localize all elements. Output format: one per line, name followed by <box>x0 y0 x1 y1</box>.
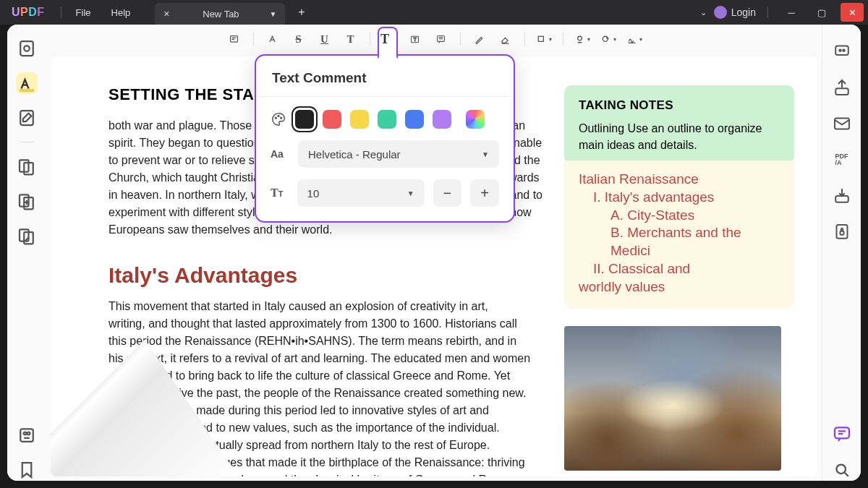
reader-mode-icon[interactable] <box>16 38 38 59</box>
window-maximize-button[interactable]: ▢ <box>810 3 833 22</box>
swatch-teal[interactable] <box>378 110 396 129</box>
app-logo: UPDF <box>0 6 56 19</box>
panel-title: Text Comment <box>256 56 514 97</box>
organize-pages-icon[interactable] <box>16 155 38 177</box>
text-comment-panel: Text Comment Aa Helvetica - Regular▼ TT … <box>255 54 515 223</box>
svg-rect-0 <box>20 41 33 56</box>
svg-point-1 <box>24 46 30 51</box>
svg-rect-12 <box>231 35 238 42</box>
signature-tool[interactable]: ▾ <box>623 28 646 50</box>
tab-new[interactable]: × New Tab ▼ <box>155 3 285 25</box>
separator <box>20 142 34 142</box>
separator <box>524 33 525 46</box>
renaissance-painting-image <box>564 326 781 471</box>
protect-icon[interactable] <box>831 221 853 243</box>
eraser-tool[interactable] <box>494 28 517 50</box>
chevron-down-icon[interactable]: ▼ <box>269 10 276 18</box>
heading-italys-advantages: Italy's Advantages <box>109 263 551 288</box>
separator <box>253 33 254 46</box>
highlight-tool-icon[interactable] <box>16 72 38 94</box>
highlight-tool[interactable] <box>261 28 284 50</box>
swatch-purple[interactable] <box>433 110 451 129</box>
chevron-down-icon: ▼ <box>482 150 489 158</box>
login-button[interactable]: Login <box>714 6 756 19</box>
chevron-down-icon: ▼ <box>407 189 414 197</box>
size-label-icon: TT <box>271 187 289 200</box>
right-rail: PDF/A <box>822 25 861 481</box>
swatch-red[interactable] <box>323 110 341 129</box>
export-icon[interactable] <box>831 185 853 207</box>
size-row: TT 10▼ − + <box>256 174 514 213</box>
svg-point-11 <box>27 432 30 435</box>
svg-rect-26 <box>840 231 843 235</box>
separator <box>61 7 61 18</box>
svg-point-17 <box>578 36 582 40</box>
swatch-yellow[interactable] <box>350 110 369 129</box>
svg-rect-22 <box>835 88 848 95</box>
avatar-icon <box>714 6 727 19</box>
page-tools-icon[interactable] <box>16 190 38 212</box>
left-rail <box>7 25 46 481</box>
comment-panel-icon[interactable] <box>831 423 853 445</box>
thumbnails-icon[interactable] <box>16 424 38 446</box>
size-decrease-button[interactable]: − <box>433 179 462 207</box>
sticker-tool[interactable]: ▾ <box>597 28 620 50</box>
font-row: Aa Helvetica - Regular▼ <box>256 134 514 174</box>
separator <box>563 33 563 46</box>
bookmark-icon[interactable] <box>16 459 38 481</box>
swatch-custom-color[interactable] <box>466 110 485 129</box>
crop-pages-icon[interactable] <box>16 225 38 247</box>
text-box-tool[interactable]: T <box>404 28 427 50</box>
titlebar: UPDF File Help × New Tab ▼ + ⌄ Login ─ ▢… <box>0 0 868 25</box>
outline-box: Italian Renaissance I. Italy's advantage… <box>564 160 794 309</box>
pdfa-convert-icon[interactable]: PDF/A <box>831 149 853 171</box>
svg-rect-19 <box>835 46 848 56</box>
ai-chat-icon[interactable] <box>831 40 853 62</box>
svg-point-20 <box>839 50 841 52</box>
stamp-tool[interactable]: ▾ <box>571 28 594 50</box>
window-close-button[interactable]: ✕ <box>841 3 864 22</box>
strikethrough-tool[interactable]: S <box>287 28 310 50</box>
separator <box>767 7 768 18</box>
menu-file[interactable]: File <box>66 7 101 18</box>
size-select[interactable]: 10▼ <box>297 179 425 207</box>
share-icon[interactable] <box>831 77 853 98</box>
font-select[interactable]: Helvetica - Regular▼ <box>298 140 499 168</box>
svg-rect-23 <box>835 119 849 129</box>
add-tab-button[interactable]: + <box>292 6 310 19</box>
tab-title: New Tab <box>179 9 262 20</box>
svg-rect-2 <box>20 111 33 125</box>
sticky-note-tool[interactable] <box>223 28 246 50</box>
swatch-blue[interactable] <box>405 110 424 129</box>
squiggly-tool[interactable]: T <box>339 28 362 50</box>
callout-tool[interactable] <box>430 28 453 50</box>
color-row <box>256 104 514 134</box>
taking-notes-box: TAKING NOTES Outlining Use an outline to… <box>564 85 794 163</box>
svg-text:T: T <box>413 37 417 43</box>
edit-text-icon[interactable] <box>16 107 38 129</box>
underline-tool[interactable]: U <box>313 28 336 50</box>
size-increase-button[interactable]: + <box>470 179 499 207</box>
chevron-down-icon[interactable]: ⌄ <box>700 8 707 17</box>
svg-rect-9 <box>20 429 33 442</box>
menu-help[interactable]: Help <box>101 7 141 18</box>
close-icon[interactable]: × <box>163 8 169 20</box>
window-minimize-button[interactable]: ─ <box>780 3 803 22</box>
palette-icon[interactable] <box>271 111 286 127</box>
page-right: TAKING NOTES Outlining Use an outline to… <box>564 56 817 476</box>
notes-body: Outlining Use an outline to organize mai… <box>579 120 780 153</box>
search-icon[interactable] <box>831 459 853 481</box>
pencil-tool[interactable] <box>468 28 491 50</box>
shapes-tool[interactable]: ▾ <box>532 28 556 50</box>
font-label-icon: Aa <box>271 148 289 160</box>
swatch-black[interactable] <box>295 110 314 129</box>
email-icon[interactable] <box>831 113 853 134</box>
annotation-toolbar: S U T T ▾ ▾ ▾ ▾ <box>46 25 822 53</box>
separator <box>460 33 461 46</box>
svg-rect-27 <box>835 427 849 438</box>
svg-point-30 <box>278 116 279 117</box>
svg-point-21 <box>843 50 845 52</box>
notes-title: TAKING NOTES <box>579 98 780 113</box>
svg-point-31 <box>281 117 282 119</box>
svg-point-28 <box>836 465 846 474</box>
